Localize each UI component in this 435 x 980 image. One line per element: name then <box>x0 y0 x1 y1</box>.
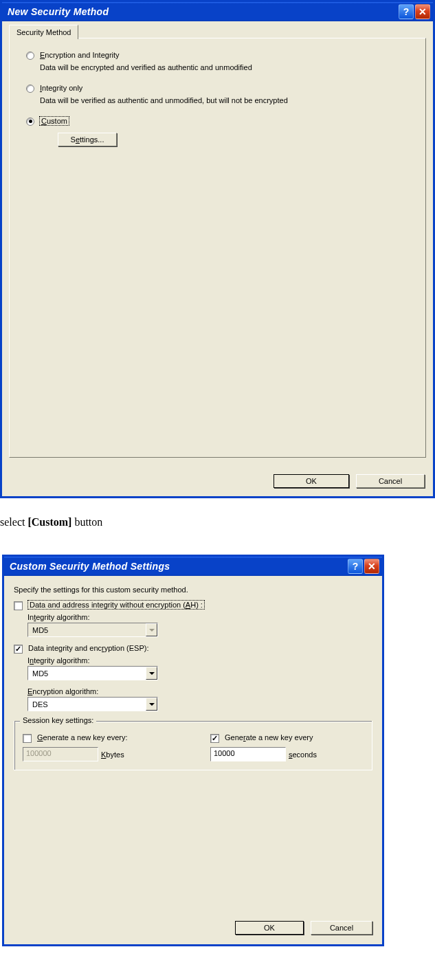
radio-desc-integrity: Data will be verified as authentic and u… <box>40 96 397 106</box>
ah-integrity-combo: MD5 <box>27 623 158 637</box>
checkbox-icon <box>14 601 23 610</box>
instruction-text: select [Custom] button <box>0 516 435 528</box>
combo-value: DES <box>28 700 146 709</box>
settings-button[interactable]: Settings... <box>58 133 117 146</box>
chevron-down-icon <box>146 623 157 636</box>
esp-integrity-combo[interactable]: MD5 <box>27 666 158 680</box>
cancel-button[interactable]: Cancel <box>311 921 372 935</box>
checkbox-label: Data and address integrity without encry… <box>28 601 204 609</box>
ok-button[interactable]: OK <box>274 474 349 488</box>
close-icon[interactable]: ✕ <box>364 559 379 574</box>
radio-icon <box>26 52 34 60</box>
kbytes-input: 100000 <box>23 747 98 761</box>
help-icon[interactable]: ? <box>399 4 414 19</box>
intro-text: Specify the settings for this custom sec… <box>14 586 372 594</box>
seconds-input[interactable]: 10000 <box>210 747 286 761</box>
checkbox-generate-seconds[interactable]: Generate a new key every <box>210 733 364 743</box>
checkbox-ah[interactable]: Data and address integrity without encry… <box>14 601 372 610</box>
radio-label: Encryption and Integrity <box>40 51 120 59</box>
combo-value: MD5 <box>28 669 146 678</box>
checkbox-icon <box>23 734 32 743</box>
seconds-unit: seconds <box>289 750 317 759</box>
new-security-method-dialog: New Security Method ? ✕ Security Method … <box>0 0 435 498</box>
help-icon[interactable]: ? <box>348 559 363 574</box>
checkbox-label: Data integrity and encryption (ESP): <box>28 644 149 652</box>
dialog-title: Custom Security Method Settings <box>10 561 348 572</box>
chevron-down-icon[interactable] <box>146 698 157 711</box>
dialog-body: Specify the settings for this custom sec… <box>4 577 382 944</box>
radio-encryption-integrity[interactable]: Encryption and Integrity <box>26 51 409 60</box>
group-title: Session key settings: <box>20 716 96 724</box>
kbytes-unit: Kbytes <box>101 750 124 759</box>
radio-desc-encrypt: Data will be encrypted and verified as a… <box>40 63 397 73</box>
esp-integrity-label: Integrity algorithm: <box>27 656 372 665</box>
esp-encryption-label: Encryption algorithm: <box>27 687 372 695</box>
radio-custom[interactable]: Custom <box>26 117 409 126</box>
esp-encryption-combo[interactable]: DES <box>27 697 158 711</box>
dialog-title: New Security Method <box>8 6 399 17</box>
tab-panel: Encryption and Integrity Data will be en… <box>9 38 426 458</box>
checkbox-esp[interactable]: Data integrity and encryption (ESP): <box>14 644 372 654</box>
checkbox-label: Generate a new key every <box>225 733 313 742</box>
close-icon[interactable]: ✕ <box>415 4 430 19</box>
radio-label: Integrity only <box>40 84 82 92</box>
ah-integrity-label: Integrity algorithm: <box>27 613 372 621</box>
session-key-settings-group: Session key settings: Generate a new key… <box>14 721 372 770</box>
chevron-down-icon[interactable] <box>146 667 157 680</box>
ok-button[interactable]: OK <box>235 921 304 935</box>
radio-label: Custom <box>40 117 69 125</box>
checkbox-label: Generate a new key every: <box>37 733 127 742</box>
checkbox-icon <box>14 645 23 654</box>
checkbox-generate-kbytes[interactable]: Generate a new key every: <box>23 733 176 743</box>
tab-security-method[interactable]: Security Method <box>9 25 78 39</box>
titlebar: New Security Method ? ✕ <box>2 2 433 21</box>
titlebar: Custom Security Method Settings ? ✕ <box>4 557 382 576</box>
combo-value: MD5 <box>28 626 146 634</box>
checkbox-icon <box>210 734 219 743</box>
custom-security-method-settings-dialog: Custom Security Method Settings ? ✕ Spec… <box>2 555 384 946</box>
radio-icon <box>26 118 34 126</box>
radio-icon <box>26 85 34 93</box>
cancel-button[interactable]: Cancel <box>356 474 425 488</box>
radio-integrity-only[interactable]: Integrity only <box>26 84 409 93</box>
